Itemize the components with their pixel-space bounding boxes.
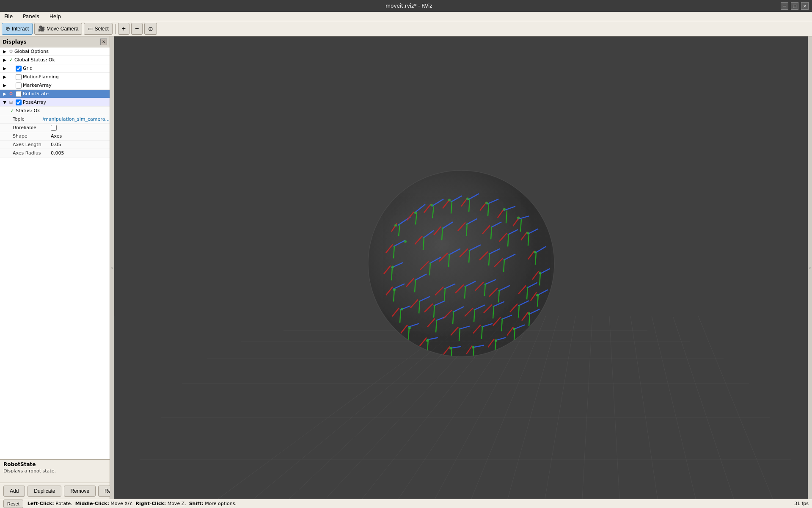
expand-icon-global-options: ▶: [2, 49, 8, 54]
reset-button[interactable]: Reset: [3, 500, 23, 508]
window-title: moveit.rviz* - RViz: [37, 3, 781, 9]
description-text: Displays a robot state.: [3, 468, 106, 474]
tree-item-robot-state[interactable]: ▶ ⚙ RobotState: [0, 90, 110, 98]
left-panel: Displays × ▶ ⚙ Global Options ▶ ✓ Global…: [0, 36, 110, 499]
topic-prop-name: Topic: [13, 116, 42, 122]
checkbox-pose-array[interactable]: [16, 99, 22, 105]
unreliable-prop-name: Unreliable: [13, 125, 51, 130]
select-icon: ▭: [88, 25, 93, 32]
plus-icon: +: [122, 25, 126, 32]
tree-item-pose-array[interactable]: ▼ ⊞ PoseArray: [0, 98, 110, 107]
axes-radius-prop-value[interactable]: 0.005: [51, 150, 110, 156]
sphere-svg: [360, 162, 563, 365]
reset-icon: ⊙: [148, 25, 153, 32]
duplicate-button[interactable]: Duplicate: [28, 486, 61, 497]
svg-point-182: [449, 347, 452, 349]
svg-point-192: [503, 208, 506, 210]
title-bar: moveit.rviz* - RViz − □ ×: [0, 0, 812, 12]
unreliable-checkbox[interactable]: [51, 125, 57, 131]
status-hint: Left-Click: Rotate. Middle-Click: Move X…: [28, 501, 237, 506]
toolbar: ⊕ Interact 🎥 Move Camera ▭ Select + − ⊙: [0, 21, 812, 36]
bottom-buttons: Add Duplicate Remove Rename: [0, 483, 110, 499]
checkbox-robot-state[interactable]: [16, 91, 22, 97]
expand-icon-motion-planning: ▶: [2, 75, 8, 79]
collapse-handle-left[interactable]: ‹: [110, 36, 114, 499]
svg-point-190: [526, 232, 529, 234]
displays-tree: ▶ ⚙ Global Options ▶ ✓ Global Status: Ok…: [0, 47, 110, 459]
topic-prop-value[interactable]: /manipulation_sim_camera...: [42, 116, 110, 122]
svg-point-184: [495, 339, 497, 342]
expand-icon-global-status: ▶: [2, 58, 8, 62]
select-button[interactable]: ▭ Select: [84, 23, 112, 35]
menu-file[interactable]: File: [2, 13, 15, 20]
marker-array-label: MarkerArray: [23, 83, 110, 88]
interact-button[interactable]: ⊕ Interact: [2, 23, 33, 35]
minimize-button[interactable]: −: [781, 2, 788, 10]
move-camera-label: Move Camera: [47, 26, 78, 32]
menu-bar: File Panels Help: [0, 12, 812, 21]
svg-point-179: [401, 308, 403, 310]
interact-label: Interact: [12, 26, 29, 32]
item-icon-robot-state: ⚙: [8, 91, 14, 97]
grid-label: Grid: [23, 66, 110, 71]
svg-point-187: [536, 294, 539, 296]
checkbox-marker-array[interactable]: [16, 83, 22, 88]
minus-icon: −: [135, 25, 139, 32]
zoom-in-button[interactable]: +: [118, 23, 129, 35]
pose-array-visualization: [360, 162, 563, 365]
svg-point-185: [513, 328, 515, 330]
shape-prop-value: Axes: [51, 133, 110, 139]
item-icon-pose-array: ⊞: [8, 99, 14, 105]
global-status-label: Global Status: Ok: [14, 57, 110, 63]
status-bar: Reset Left-Click: Rotate. Middle-Click: …: [0, 499, 812, 508]
close-button[interactable]: ×: [801, 2, 809, 10]
motion-planning-label: MotionPlanning: [23, 74, 110, 80]
status-ok-icon: ✓: [8, 57, 14, 63]
item-icon-global-options: ⚙: [8, 49, 14, 54]
window-controls[interactable]: − □ ×: [781, 2, 809, 10]
displays-panel-title: Displays: [3, 39, 27, 45]
svg-point-193: [485, 202, 488, 204]
expand-icon-robot-state: ▶: [2, 91, 8, 96]
pose-array-unreliable-row: Unreliable: [0, 124, 110, 132]
maximize-button[interactable]: □: [791, 2, 798, 10]
tree-item-marker-array[interactable]: ▶ MarkerArray: [0, 81, 110, 90]
interact-icon: ⊕: [6, 25, 10, 32]
pose-array-label: PoseArray: [23, 99, 110, 105]
move-camera-icon: 🎥: [38, 25, 45, 32]
axes-length-prop-value[interactable]: 0.05: [51, 142, 110, 147]
svg-point-176: [404, 240, 407, 243]
viewport-3d[interactable]: [114, 36, 808, 499]
menu-panels[interactable]: Panels: [20, 13, 42, 20]
move-camera-button[interactable]: 🎥 Move Camera: [34, 23, 82, 35]
pa-status-label: Status: Ok: [16, 108, 40, 113]
remove-button[interactable]: Remove: [64, 486, 96, 497]
collapse-handle-right[interactable]: ›: [808, 36, 812, 499]
svg-point-195: [448, 199, 451, 201]
tree-item-global-status[interactable]: ▶ ✓ Global Status: Ok: [0, 56, 110, 64]
select-label: Select: [94, 26, 108, 32]
displays-header: Displays ×: [0, 36, 110, 47]
menu-help[interactable]: Help: [47, 13, 63, 20]
pose-array-axes-radius-row: Axes Radius 0.005: [0, 149, 110, 157]
description-panel: RobotState Displays a robot state.: [0, 459, 110, 483]
svg-point-183: [472, 346, 474, 348]
tree-item-global-options[interactable]: ▶ ⚙ Global Options: [0, 47, 110, 56]
zoom-out-button[interactable]: −: [131, 23, 143, 35]
svg-point-175: [394, 224, 397, 226]
toolbar-separator-1: [115, 24, 116, 34]
shape-prop-name: Shape: [13, 133, 51, 139]
pose-array-shape-row: Shape Axes: [0, 132, 110, 141]
axes-length-prop-name: Axes Length: [13, 142, 51, 147]
svg-point-191: [517, 216, 520, 219]
svg-point-177: [391, 265, 394, 268]
displays-close-button[interactable]: ×: [100, 39, 107, 45]
checkbox-motion-planning[interactable]: [16, 74, 22, 80]
tree-item-grid[interactable]: ▶ Grid: [0, 64, 110, 73]
svg-line-21: [673, 316, 749, 499]
tree-item-motion-planning[interactable]: ▶ MotionPlanning: [0, 73, 110, 81]
checkbox-grid[interactable]: [16, 66, 22, 72]
add-button[interactable]: Add: [3, 486, 25, 497]
reset-view-button[interactable]: ⊙: [144, 23, 157, 35]
main-area: Displays × ▶ ⚙ Global Options ▶ ✓ Global…: [0, 36, 812, 499]
